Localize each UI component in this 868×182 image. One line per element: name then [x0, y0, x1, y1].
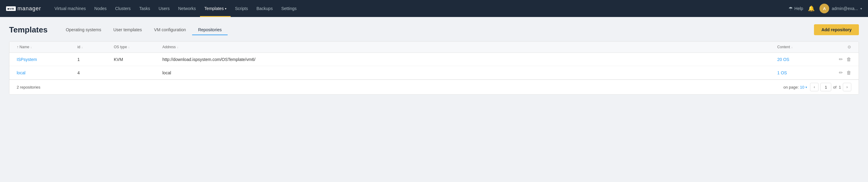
page-header: Templates Operating systems User templat…	[9, 24, 859, 35]
sort-icon: ↓	[177, 46, 179, 49]
page-of-label: of 1	[833, 85, 841, 90]
cell-os-type-2	[112, 69, 160, 77]
table-header: ↑ Name ↓ id ↓ OS type ↓ Address ↓ Conten…	[9, 41, 859, 53]
on-page-label: on page:	[783, 85, 799, 90]
navbar-right: ☂ Help 🔔 A admin@exa... ▾	[788, 4, 862, 13]
column-header-content[interactable]: Content ↓	[775, 41, 830, 53]
cell-id-2: 4	[75, 67, 112, 79]
avatar: A	[819, 4, 829, 13]
edit-icon[interactable]: ✏	[839, 70, 843, 75]
cell-actions-1: ✏ 🗑	[830, 53, 854, 66]
logo: ■vm manager	[6, 5, 41, 12]
page-size-selector: on page: 10 ▾	[783, 85, 807, 90]
page-total: 1	[839, 85, 841, 90]
nav-templates[interactable]: Templates ▾	[200, 0, 231, 17]
sort-icon: ↓	[128, 46, 130, 49]
cell-content-2[interactable]: 1 OS	[775, 67, 830, 79]
prev-page-button[interactable]: ‹	[810, 83, 818, 91]
logo-text: manager	[18, 5, 41, 12]
main-nav: Virtual machines Nodes Clusters Tasks Us…	[51, 0, 788, 17]
column-header-address[interactable]: Address ↓	[160, 41, 775, 53]
column-header-actions: ⚙	[830, 41, 854, 53]
cell-os-type-1: KVM	[112, 53, 160, 65]
cell-address-2: local	[160, 67, 775, 79]
footer-right: on page: 10 ▾ ‹ of 1 ›	[783, 83, 851, 91]
nav-networks[interactable]: Networks	[174, 0, 200, 17]
settings-icon[interactable]: ⚙	[847, 44, 851, 50]
delete-icon[interactable]: 🗑	[846, 70, 851, 75]
column-header-name[interactable]: ↑ Name ↓	[14, 41, 75, 53]
cell-name-ispsystem[interactable]: ISPsystem	[14, 53, 75, 65]
cell-id-1: 1	[75, 53, 112, 65]
sort-icon: ↓	[81, 46, 83, 49]
nav-backups[interactable]: Backups	[252, 0, 277, 17]
table-footer: 2 repositories on page: 10 ▾ ‹ of 1 ›	[9, 80, 859, 94]
add-repository-button[interactable]: Add repository	[814, 24, 859, 35]
nav-users[interactable]: Users	[154, 0, 174, 17]
nav-nodes[interactable]: Nodes	[90, 0, 111, 17]
next-page-button[interactable]: ›	[843, 83, 851, 91]
nav-virtual-machines[interactable]: Virtual machines	[51, 0, 90, 17]
pagination: ‹ of 1 ›	[810, 83, 851, 91]
tab-repositories[interactable]: Repositories	[192, 25, 228, 35]
tab-operating-systems[interactable]: Operating systems	[60, 25, 107, 35]
tab-vm-configuration[interactable]: VM configuration	[148, 25, 192, 35]
page-number-input[interactable]	[820, 83, 831, 91]
cell-address-1: http://download.ispsystem.com/OSTemplate…	[160, 53, 775, 65]
help-button[interactable]: ☂ Help	[788, 6, 803, 11]
delete-icon[interactable]: 🗑	[846, 57, 851, 62]
cell-name-local[interactable]: local	[14, 67, 75, 79]
repository-count: 2 repositories	[17, 85, 40, 90]
tab-user-templates[interactable]: User templates	[107, 25, 148, 35]
page-title: Templates	[9, 25, 48, 35]
user-label: admin@exa...	[832, 6, 858, 11]
table-row: ISPsystem 1 KVM http://download.ispsyste…	[9, 53, 859, 66]
repositories-table: ↑ Name ↓ id ↓ OS type ↓ Address ↓ Conten…	[9, 41, 859, 95]
user-menu[interactable]: A admin@exa... ▾	[819, 4, 862, 13]
tabs: Operating systems User templates VM conf…	[60, 25, 802, 35]
chevron-down-icon: ▾	[860, 7, 862, 10]
navbar: ■vm manager Virtual machines Nodes Clust…	[0, 0, 868, 17]
vm-logo-icon: ■vm	[6, 6, 16, 11]
nav-settings[interactable]: Settings	[277, 0, 301, 17]
cell-content-1[interactable]: 20 OS	[775, 53, 830, 65]
edit-icon[interactable]: ✏	[839, 56, 843, 62]
nav-clusters[interactable]: Clusters	[111, 0, 135, 17]
chevron-down-icon[interactable]: ▾	[805, 86, 807, 89]
sort-icon: ↓	[791, 46, 793, 49]
chevron-down-icon: ▾	[225, 7, 226, 10]
column-header-os-type[interactable]: OS type ↓	[112, 41, 160, 53]
sort-icon: ↓	[30, 46, 32, 49]
notifications-bell[interactable]: 🔔	[808, 5, 814, 12]
column-header-id[interactable]: id ↓	[75, 41, 112, 53]
page-size-value[interactable]: 10	[800, 85, 804, 90]
cell-actions-2: ✏ 🗑	[830, 66, 854, 79]
nav-scripts[interactable]: Scripts	[231, 0, 252, 17]
main-content: Templates Operating systems User templat…	[0, 17, 868, 182]
nav-tasks[interactable]: Tasks	[135, 0, 154, 17]
umbrella-icon: ☂	[788, 6, 793, 11]
help-label: Help	[795, 6, 803, 11]
table-row: local 4 local 1 OS ✏ 🗑	[9, 66, 859, 80]
